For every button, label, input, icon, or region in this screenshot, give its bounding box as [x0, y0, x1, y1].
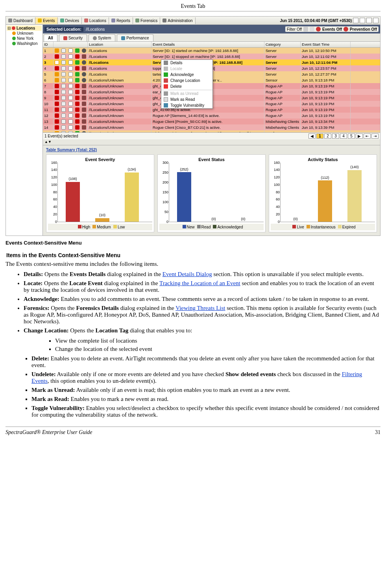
mail-icon	[61, 60, 66, 65]
item-undelete: Undelete: Available only if one or more …	[31, 370, 380, 386]
rd-icon	[164, 97, 168, 102]
menu-item-details[interactable]: Details	[161, 60, 212, 66]
mail-icon	[61, 84, 66, 88]
about-icon[interactable]	[366, 18, 372, 23]
top-tab-forensics[interactable]: Forensics	[133, 17, 160, 24]
tree-node[interactable]: New York	[7, 36, 42, 41]
page-prev[interactable]: ◀	[308, 134, 316, 139]
calendar-icon[interactable]	[310, 27, 314, 32]
perf-icon	[121, 36, 125, 40]
page-header: Events Tab	[6, 0, 380, 11]
mail-icon	[61, 131, 66, 132]
severity-icon	[55, 54, 59, 59]
item-mark-read: Mark as Read: Enables you to mark a new …	[31, 395, 380, 404]
page-next[interactable]: ▶	[356, 134, 363, 139]
flag-icon	[82, 102, 86, 106]
col-location[interactable]: Location	[88, 42, 151, 47]
read-icon	[68, 90, 73, 94]
read-icon	[68, 113, 73, 118]
logout-icon[interactable]	[373, 18, 379, 23]
status-icon	[75, 72, 79, 76]
link-viewing-threats[interactable]: Viewing Threats List	[175, 305, 225, 311]
intro-text: The Events context-sensitive menu includ…	[6, 260, 380, 268]
read-icon	[68, 119, 73, 124]
events-toggle[interactable]: Events Off	[322, 27, 342, 32]
item-acknowledge: Acknowledge: Enables you to add comments…	[24, 295, 380, 304]
tree-root[interactable]: ⊟Locations	[7, 26, 42, 31]
tree-node[interactable]: Unknown	[7, 31, 42, 36]
page-jump[interactable]: ⇥	[371, 134, 379, 139]
help-icon[interactable]	[360, 18, 365, 23]
location-tree[interactable]: ⊟Locations UnknownNew YorkWashington	[6, 25, 43, 236]
chart-legend: LiveInstantaneousExpired	[271, 224, 375, 230]
adm-icon	[163, 19, 166, 22]
unr-icon	[164, 91, 168, 96]
top-tab-dashboard[interactable]: Dashboard	[6, 17, 35, 24]
page-1[interactable]: 1	[316, 134, 323, 139]
mail-icon	[61, 72, 66, 76]
chart-value-label: (112)	[317, 176, 333, 180]
filter-icon[interactable]	[303, 27, 308, 32]
page-5[interactable]: 5	[348, 134, 355, 139]
top-tab-locations[interactable]: Locations	[82, 17, 109, 24]
table-row[interactable]: 12//Locations/UnknownRogue AP [Siemens_1…	[43, 113, 380, 119]
subtab-all[interactable]: All	[44, 34, 57, 41]
flag-icon	[82, 113, 86, 118]
selected-location-path: //Locations	[86, 27, 105, 32]
col-details[interactable]: Event Details	[151, 42, 264, 47]
mail-icon	[61, 78, 66, 82]
status-icon	[75, 125, 79, 130]
prevention-toggle[interactable]: Prevention Off	[350, 27, 377, 32]
status-dot-icon	[12, 42, 16, 45]
link-event-details-dialog[interactable]: Event Details Dialog	[163, 271, 212, 277]
subtab-system[interactable]: System	[89, 34, 115, 41]
page-4[interactable]: 4	[340, 134, 347, 139]
severity-icon	[55, 72, 59, 76]
table-row[interactable]: 1//LocationsServer [ID: 1] started on ma…	[43, 48, 380, 54]
footer-title: SpectraGuard® Enterprise User Guide	[6, 429, 92, 436]
subtab-security[interactable]: Security	[59, 34, 87, 41]
flag-icon	[82, 48, 86, 53]
mail-icon	[61, 90, 66, 94]
col-time[interactable]: Event Start Time	[301, 42, 351, 47]
status-icon	[75, 66, 79, 70]
top-tab-reports[interactable]: Reports	[109, 17, 133, 24]
flag-icon	[82, 96, 86, 100]
item-locate: Locate: Opens the Locate Event dialog ex…	[24, 279, 380, 295]
status-icon	[75, 96, 79, 100]
link-tracking-location[interactable]: Tracking the Location of an Event	[159, 280, 240, 286]
top-tab-devices[interactable]: Devices	[58, 17, 82, 24]
flag-icon	[82, 72, 86, 76]
col-id[interactable]: ID	[43, 42, 54, 47]
filter-toggle[interactable]: Filter Off	[287, 27, 302, 32]
page-3[interactable]: 3	[332, 134, 339, 139]
chart-bar	[95, 218, 109, 222]
top-tab-events[interactable]: Events	[35, 17, 58, 24]
loc-icon	[84, 19, 88, 22]
menu-item-mark-as-read[interactable]: Mark as Read	[161, 96, 212, 102]
table-row[interactable]: 15//Locations/UnknownHigh non-WiFi RF In…	[43, 130, 380, 132]
top-tab-administration[interactable]: Administration	[160, 17, 195, 24]
mail-icon	[61, 119, 66, 124]
table-row[interactable]: 14//Locations/UnknownRogue Client [Cisco…	[43, 124, 380, 130]
table-header: ID Location Event Details Category Event…	[43, 42, 380, 48]
shield-icon	[63, 36, 67, 40]
tree-node[interactable]: Washington	[7, 41, 42, 46]
menu-item-change-location[interactable]: Change Location	[161, 78, 212, 83]
table-row[interactable]: 13//Locations/UnknownRogue Client [Proxi…	[43, 119, 380, 124]
mail-icon	[61, 102, 66, 106]
loc-icon	[164, 67, 168, 71]
page-2[interactable]: 2	[324, 134, 331, 139]
col-status-icons[interactable]	[54, 42, 88, 47]
menu-item-delete[interactable]: Delete	[161, 83, 212, 89]
subtab-performance[interactable]: Performance	[117, 34, 153, 41]
page-jump[interactable]: ⇤	[364, 134, 371, 139]
menu-item-toggle-vulnerability[interactable]: Toggle Vulnerability	[161, 102, 212, 108]
refresh-icon[interactable]	[353, 18, 358, 23]
chg-icon	[164, 78, 168, 83]
chart-event-severity: Event Severity020406080100120140160(108)…	[46, 154, 154, 232]
expand-handle[interactable]: ▲▼	[43, 139, 380, 145]
menu-item-acknowledge[interactable]: Acknowledge	[161, 72, 212, 78]
table-row[interactable]: 2//LocationsServer [ID: 1] stopped on ma…	[43, 54, 380, 59]
col-category[interactable]: Category	[264, 42, 301, 47]
